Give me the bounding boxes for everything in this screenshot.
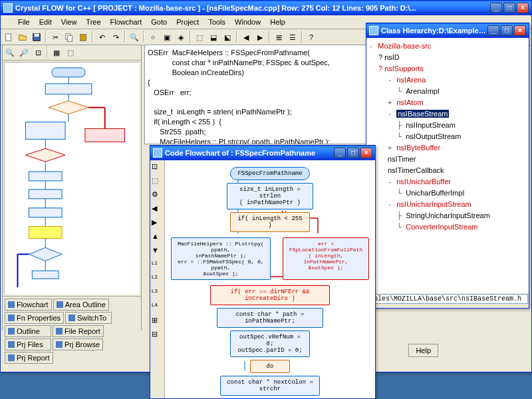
minimize-button[interactable]: _ (490, 3, 502, 13)
tree-icon[interactable]: ⊞ (272, 31, 285, 44)
level-icon[interactable]: L4 (151, 301, 164, 315)
flow-box[interactable]: size_t inLength = strlen ( inPathNamePtr… (227, 183, 313, 209)
zoom-out-icon[interactable]: 🔎 (17, 46, 31, 59)
gear-icon[interactable]: ⚙ (151, 190, 164, 203)
menu-file[interactable]: File (14, 17, 34, 27)
tree-node[interactable]: nsIUnicharBuffer (396, 178, 451, 186)
minimize-button[interactable]: _ (487, 25, 499, 36)
undo-icon[interactable]: ↶ (95, 31, 108, 44)
main-titlebar[interactable]: Crystal FLOW for C++ [ PROJECT : Mozilla… (1, 1, 531, 15)
maximize-button[interactable]: □ (347, 148, 359, 158)
flow-box[interactable]: const char * path = inPathNamePtr; (217, 308, 323, 328)
flow-condition[interactable]: if( inLength < 255 ) (230, 212, 310, 232)
tool-icon[interactable]: ○ (146, 31, 160, 44)
tree-node[interactable]: nsITimer (388, 155, 416, 163)
menu-tree[interactable]: Tree (82, 17, 104, 27)
tool-icon[interactable]: ▼ (151, 245, 164, 259)
menu-view[interactable]: View (57, 17, 81, 27)
flow-box[interactable]: MacFileHelpers :: PLstrcpy( ppath, inPat… (171, 237, 271, 280)
tree-node[interactable]: nsIByteBuffer (396, 144, 440, 152)
tree-node[interactable]: ArenaImpl (406, 87, 439, 95)
tree-node[interactable]: UnicharBufferImpl (406, 189, 464, 197)
cut-icon[interactable]: ✂ (49, 31, 62, 44)
new-icon[interactable] (2, 31, 15, 44)
tree-node[interactable]: ConverterInputStream (406, 223, 477, 231)
zoom-in-icon[interactable]: 🔍 (3, 46, 17, 59)
flow-box[interactable]: err = FSpLocationFromFullPath ( inLength… (283, 237, 369, 280)
tool-icon[interactable]: ▲ (151, 231, 164, 245)
copy-icon[interactable] (63, 31, 76, 44)
level-icon[interactable]: L2 (151, 273, 164, 287)
prj-browse-button[interactable]: Prj Browse (53, 338, 103, 350)
flowchart-button[interactable]: Flowchart (5, 299, 52, 311)
tool-icon[interactable]: ▦ (50, 46, 63, 59)
tree-node[interactable]: ? nsID (378, 53, 400, 61)
tool-icon[interactable]: ⊡ (151, 162, 164, 175)
switchto-button[interactable]: SwitchTo (65, 312, 112, 324)
close-button[interactable]: × (517, 3, 529, 13)
tree-node[interactable]: nsIOutputStream (406, 132, 461, 140)
level-icon[interactable]: L3 (151, 287, 164, 301)
mini-flowchart[interactable] (4, 62, 140, 295)
paste-icon[interactable] (76, 31, 90, 44)
file-report-button[interactable]: File Report (53, 325, 104, 337)
flowchart-canvas[interactable]: No FSSpecFromPathname size_t inLength = … (165, 160, 375, 398)
close-button[interactable]: × (360, 148, 372, 158)
menu-flowchart[interactable]: Flowchart (106, 17, 146, 27)
flowchart-titlebar[interactable]: Code Flowchart of : FSSpecFromPathname _… (150, 146, 375, 160)
tool-icon[interactable]: ⬚ (64, 46, 77, 59)
find-icon[interactable]: 🔍 (128, 31, 141, 44)
menu-window[interactable]: Window (231, 17, 265, 27)
tree-node[interactable]: nsIArena (396, 76, 426, 84)
help-icon[interactable]: ? (305, 31, 318, 44)
list-icon[interactable]: ☰ (286, 31, 299, 44)
tool-icon[interactable]: ⊟ (151, 329, 164, 342)
tree-node[interactable]: nsIUnicharInputStream (396, 200, 471, 208)
menu-edit[interactable]: Edit (35, 17, 56, 27)
tree-node[interactable]: ? nsISupports (378, 65, 424, 72)
close-button[interactable]: × (514, 25, 526, 36)
tool-icon[interactable]: ▶ (151, 217, 164, 231)
fn-properties-button[interactable]: Fn Properties (5, 312, 64, 324)
tool-icon[interactable]: ▣ (160, 31, 174, 44)
tree-node[interactable]: nsITimerCallback (388, 166, 444, 174)
redo-icon[interactable]: ↷ (109, 31, 122, 44)
flow-start[interactable]: FSSpecFromPathname (230, 167, 310, 180)
tree-node[interactable]: nsIInputStream (406, 121, 456, 129)
tool-icon[interactable]: ⬓ (207, 31, 220, 44)
tree-root[interactable]: Mozilla-base-src (378, 42, 431, 50)
save-icon[interactable] (30, 31, 43, 44)
help-button[interactable]: Help (408, 344, 438, 357)
menu-tools[interactable]: Tools (204, 17, 229, 27)
flow-box[interactable]: outSpec.vRefNum = 0; outSpec.parID = 0; (230, 331, 310, 357)
open-icon[interactable] (16, 31, 29, 44)
level-icon[interactable]: L1 (151, 259, 164, 273)
forward-icon[interactable]: ▶ (253, 31, 267, 44)
hierarchy-titlebar[interactable]: Class Hierarchy:D:\Examples\Projects\Cry… (366, 23, 529, 38)
tool-icon[interactable]: ⬚ (193, 31, 206, 44)
hierarchy-tree[interactable]: - Mozilla-base-src ? nsID ? nsISupports … (366, 38, 529, 293)
prj-files-button[interactable]: Prj Files (5, 338, 51, 350)
maximize-button[interactable]: □ (503, 3, 515, 13)
tree-node[interactable]: StringUnicharInputStream (406, 211, 490, 219)
tool-icon[interactable]: ◀ (151, 203, 164, 217)
menu-project[interactable]: Project (172, 17, 203, 27)
back-icon[interactable]: ◀ (239, 31, 253, 44)
menu-goto[interactable]: Goto (147, 17, 171, 27)
fit-icon[interactable]: ⊡ (31, 46, 45, 59)
prj-report-button[interactable]: Prj Report (5, 352, 53, 364)
area-outline-button[interactable]: Area Outline (53, 299, 109, 311)
outline-button[interactable]: Outline (5, 325, 51, 337)
tool-icon[interactable]: ◈ (174, 31, 188, 44)
maximize-button[interactable]: □ (501, 25, 513, 36)
tree-node-selected[interactable]: nsIBaseStream (396, 110, 449, 118)
menu-help[interactable]: Help (266, 17, 289, 27)
tree-node[interactable]: nsIAtom (396, 98, 423, 106)
flow-box[interactable]: const char * nextColon = strchr (220, 376, 320, 396)
tool-icon[interactable]: ⊞ (151, 315, 164, 329)
flow-condition[interactable]: if( err == dirNFErr && inCreateDirs ) (210, 285, 330, 305)
minimize-button[interactable]: _ (334, 148, 346, 158)
flow-loop[interactable]: do (250, 360, 290, 373)
tool-icon[interactable]: ⬕ (221, 31, 234, 44)
tool-icon[interactable]: ⬚ (151, 176, 164, 189)
